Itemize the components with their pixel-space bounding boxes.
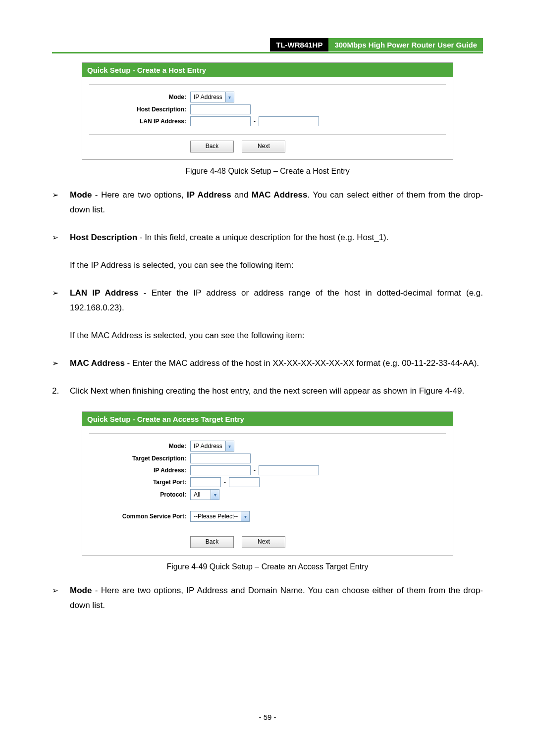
- bullet-icon: ➢: [52, 188, 70, 217]
- lan-ip-start-input[interactable]: [190, 116, 251, 126]
- header-subtitle: 300Mbps High Power Router User Guide: [328, 38, 483, 51]
- label-common-service-port: Common Service Port:: [82, 513, 190, 520]
- back-button-2[interactable]: Back: [190, 536, 234, 548]
- bullet-icon: ➢: [52, 286, 70, 315]
- protocol-select-value: All: [191, 490, 211, 500]
- chevron-down-icon: ▾: [241, 511, 249, 521]
- step-2: 2. Click Next when finishing creating th…: [52, 384, 483, 399]
- bullet-mode-2: ➢ Mode - Here are two options, IP Addres…: [52, 583, 483, 613]
- bullet-mode: ➢ Mode - Here are two options, IP Addres…: [52, 188, 483, 217]
- label-lan-ip: LAN IP Address:: [82, 118, 190, 125]
- chevron-down-icon: ▾: [211, 490, 219, 500]
- ip-end-input[interactable]: [259, 465, 319, 475]
- port-end-input[interactable]: [229, 477, 260, 487]
- bullet-icon: ➢: [52, 230, 70, 245]
- range-dash: -: [223, 479, 227, 486]
- label-host-description: Host Description:: [82, 106, 190, 113]
- para-if-mac-selected: If the MAC Address is selected, you can …: [70, 328, 483, 343]
- port-start-input[interactable]: [190, 477, 221, 487]
- back-button[interactable]: Back: [190, 141, 234, 152]
- step-number: 2.: [52, 384, 70, 399]
- chevron-down-icon: ▾: [225, 92, 234, 102]
- figure-caption-4-48: Figure 4-48 Quick Setup – Create a Host …: [52, 167, 483, 176]
- range-dash: -: [253, 467, 257, 474]
- header-model: TL-WR841HP: [270, 38, 328, 51]
- label-mode-2: Mode:: [82, 443, 190, 450]
- page-header: TL-WR841HP 300Mbps High Power Router Use…: [52, 37, 483, 53]
- label-target-port: Target Port:: [82, 479, 190, 486]
- chevron-down-icon: ▾: [225, 441, 234, 451]
- page-number: - 59 -: [0, 713, 535, 721]
- divider: [89, 530, 446, 530]
- bullet-mac-address: ➢ MAC Address - Enter the MAC address of…: [52, 356, 483, 371]
- label-mode: Mode:: [82, 94, 190, 101]
- bullet-icon: ➢: [52, 583, 70, 613]
- label-protocol: Protocol:: [82, 491, 190, 498]
- common-service-port-select[interactable]: --Please Pelect-- ▾: [190, 511, 250, 522]
- figure-caption-4-49: Figure 4-49 Quick Setup – Create an Acce…: [52, 562, 483, 571]
- mode-select-value: IP Address: [191, 92, 225, 102]
- para-if-ip-selected: If the IP Address is selected, you can s…: [70, 258, 483, 273]
- panel1-title: Quick Setup - Create a Host Entry: [82, 63, 453, 77]
- divider: [89, 84, 446, 85]
- lan-ip-end-input[interactable]: [259, 116, 319, 126]
- next-button-2[interactable]: Next: [242, 536, 285, 548]
- ip-start-input[interactable]: [190, 465, 251, 475]
- common-service-port-value: --Please Pelect--: [191, 511, 241, 521]
- bullet-lan-ip-address: ➢ LAN IP Address - Enter the IP address …: [52, 286, 483, 315]
- mode-select-2-value: IP Address: [191, 441, 225, 451]
- range-dash: -: [253, 118, 257, 125]
- protocol-select[interactable]: All ▾: [190, 489, 219, 500]
- mode-select[interactable]: IP Address ▾: [190, 92, 234, 102]
- divider: [89, 433, 446, 434]
- bullet-host-description: ➢ Host Description - In this field, crea…: [52, 230, 483, 245]
- panel-create-host-entry: Quick Setup - Create a Host Entry Mode: …: [82, 62, 453, 160]
- label-ip-address: IP Address:: [82, 467, 190, 474]
- panel-create-access-target-entry: Quick Setup - Create an Access Target En…: [82, 411, 453, 555]
- mode-select-2[interactable]: IP Address ▾: [190, 441, 234, 452]
- host-description-input[interactable]: [190, 104, 251, 114]
- panel2-title: Quick Setup - Create an Access Target En…: [82, 412, 453, 426]
- next-button[interactable]: Next: [242, 141, 285, 152]
- bullet-icon: ➢: [52, 356, 70, 371]
- divider: [89, 134, 446, 135]
- label-target-description: Target Description:: [82, 455, 190, 462]
- target-description-input[interactable]: [190, 454, 251, 463]
